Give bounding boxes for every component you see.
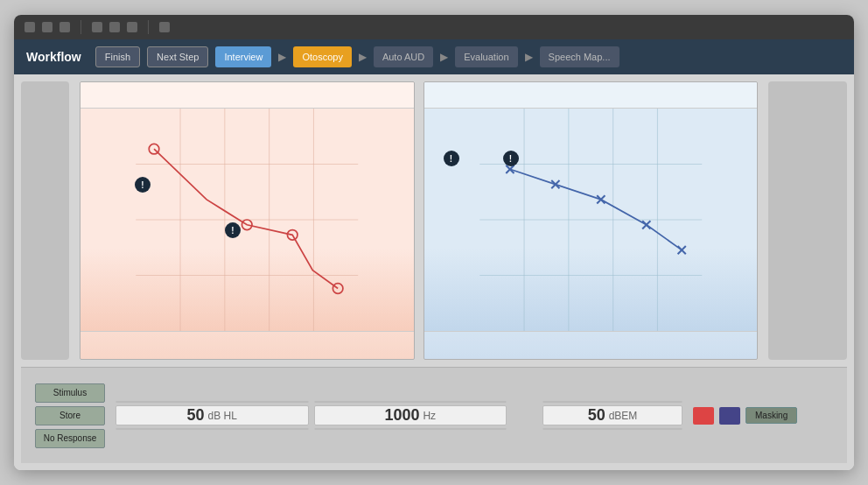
svg-point-7 — [149, 144, 159, 154]
store-button[interactable]: Store — [35, 406, 105, 425]
red-chart-svg — [80, 109, 414, 331]
sep-1 — [80, 20, 81, 34]
masking-field-block: 50 dBEM — [542, 401, 682, 430]
blue-chart-footer — [424, 331, 758, 359]
masking-fields: 50 dBEM — [542, 401, 682, 430]
right-panel — [768, 81, 847, 360]
next-step-button[interactable]: Next Step — [147, 46, 208, 67]
control-buttons: Stimulus Store No Response — [35, 383, 105, 448]
workflow-bar: Workflow Finish Next Step Interview ▶ Ot… — [14, 39, 854, 74]
red-chart-area: ! ! — [80, 109, 414, 331]
main-window: Workflow Finish Next Step Interview ▶ Ot… — [14, 15, 854, 470]
sep-2 — [148, 20, 149, 34]
alert-badge-red-1: ! — [135, 177, 150, 193]
freq-bottom-input[interactable] — [314, 428, 508, 430]
title-btn-1[interactable] — [24, 22, 35, 32]
title-btn-7[interactable] — [159, 22, 170, 32]
level-field-block: 50 dB HL — [116, 401, 309, 430]
arrow-3: ▶ — [440, 51, 448, 63]
finish-button[interactable]: Finish — [95, 46, 140, 67]
masking-button[interactable]: Masking — [746, 407, 797, 424]
title-btn-2[interactable] — [42, 22, 52, 32]
blue-color-indicator[interactable] — [719, 407, 740, 425]
arrow-1: ▶ — [278, 51, 286, 63]
blue-chart[interactable]: ! ! — [424, 81, 759, 360]
level-bottom-input[interactable] — [116, 428, 309, 430]
charts-row: ! ! — [21, 81, 847, 360]
blue-chart-area: ! ! — [424, 109, 758, 331]
step-auto-aud[interactable]: Auto AUD — [374, 46, 433, 67]
step-otoscopy[interactable]: Otoscopy — [293, 46, 351, 67]
title-btn-3[interactable] — [60, 22, 70, 32]
level-display: 50 dB HL — [116, 405, 309, 425]
masking-group: Masking — [693, 407, 833, 425]
bottom-controls: Stimulus Store No Response 50 dB HL — [21, 367, 847, 463]
title-bar — [14, 15, 854, 39]
masking-bottom-input[interactable] — [542, 428, 682, 430]
red-chart-header — [80, 82, 414, 109]
title-btn-6[interactable] — [127, 22, 137, 32]
charts-center: ! ! — [80, 81, 758, 360]
red-color-indicator[interactable] — [693, 407, 714, 425]
title-btn-5[interactable] — [109, 22, 120, 32]
step-interview[interactable]: Interview — [215, 46, 271, 67]
freq-top-input[interactable] — [314, 401, 508, 403]
no-response-button[interactable]: No Response — [35, 429, 105, 448]
title-btn-4[interactable] — [92, 22, 102, 32]
freq-field-block: 1000 Hz — [314, 401, 508, 430]
masking-display: 50 dBEM — [542, 405, 682, 425]
blue-chart-header — [424, 82, 758, 109]
arrow-2: ▶ — [359, 51, 367, 63]
left-panel — [21, 81, 69, 360]
level-top-input[interactable] — [116, 401, 309, 403]
red-chart-footer — [80, 331, 414, 359]
stimulus-button[interactable]: Stimulus — [35, 383, 105, 403]
step-evaluation[interactable]: Evaluation — [455, 46, 517, 67]
alert-badge-blue-2: ! — [503, 151, 519, 166]
freq-display: 1000 Hz — [314, 405, 508, 425]
alert-badge-blue-1: ! — [444, 151, 459, 166]
step-speech-map[interactable]: Speech Map... — [540, 46, 620, 67]
arrow-4: ▶ — [525, 51, 533, 63]
workflow-label: Workflow — [26, 50, 81, 64]
masking-top-input[interactable] — [542, 401, 682, 403]
red-chart[interactable]: ! ! — [80, 81, 415, 360]
level-freq-fields: 50 dB HL 1000 Hz — [116, 401, 507, 430]
main-content: ! ! — [14, 74, 854, 470]
blue-chart-svg — [424, 109, 758, 331]
masking-controls-row: Masking — [693, 407, 833, 425]
alert-badge-red-2: ! — [225, 222, 241, 238]
